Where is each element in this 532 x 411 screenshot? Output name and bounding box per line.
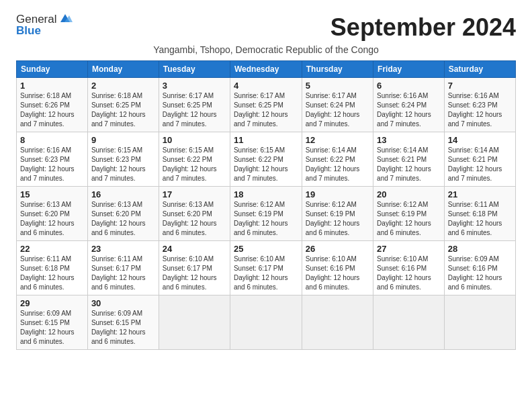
day-info: Sunrise: 6:13 AM Sunset: 6:20 PM Dayligh…: [91, 200, 155, 238]
day-cell: 13Sunrise: 6:14 AM Sunset: 6:21 PM Dayli…: [373, 132, 445, 187]
day-number: 21: [448, 189, 512, 199]
day-number: 19: [306, 189, 369, 199]
day-cell: 15Sunrise: 6:13 AM Sunset: 6:20 PM Dayli…: [17, 187, 88, 241]
day-info: Sunrise: 6:16 AM Sunset: 6:23 PM Dayligh…: [20, 146, 84, 183]
day-number: 16: [91, 189, 155, 199]
day-number: 27: [377, 244, 441, 254]
day-number: 9: [91, 135, 155, 145]
day-info: Sunrise: 6:09 AM Sunset: 6:16 PM Dayligh…: [448, 255, 512, 292]
day-cell: 12Sunrise: 6:14 AM Sunset: 6:22 PM Dayli…: [302, 132, 373, 187]
day-info: Sunrise: 6:12 AM Sunset: 6:19 PM Dayligh…: [306, 200, 369, 238]
day-number: 26: [306, 244, 369, 254]
day-cell: [444, 295, 515, 350]
day-info: Sunrise: 6:17 AM Sunset: 6:24 PM Dayligh…: [306, 91, 369, 129]
week-row-4: 22Sunrise: 6:11 AM Sunset: 6:18 PM Dayli…: [17, 241, 516, 295]
day-info: Sunrise: 6:12 AM Sunset: 6:19 PM Dayligh…: [234, 200, 298, 238]
week-row-2: 8Sunrise: 6:16 AM Sunset: 6:23 PM Daylig…: [17, 132, 516, 187]
day-cell: 29Sunrise: 6:09 AM Sunset: 6:15 PM Dayli…: [17, 295, 88, 350]
day-number: 30: [91, 298, 155, 308]
header-friday: Friday: [373, 61, 445, 78]
header-thursday: Thursday: [302, 61, 373, 78]
day-cell: [302, 295, 373, 350]
day-cell: 4Sunrise: 6:17 AM Sunset: 6:25 PM Daylig…: [230, 78, 302, 132]
day-info: Sunrise: 6:10 AM Sunset: 6:17 PM Dayligh…: [163, 255, 226, 292]
day-info: Sunrise: 6:18 AM Sunset: 6:26 PM Dayligh…: [20, 91, 84, 129]
day-info: Sunrise: 6:10 AM Sunset: 6:16 PM Dayligh…: [306, 255, 369, 292]
day-cell: 3Sunrise: 6:17 AM Sunset: 6:25 PM Daylig…: [159, 78, 230, 132]
logo: General Blue: [16, 13, 73, 36]
day-number: 15: [20, 189, 84, 199]
calendar-table: SundayMondayTuesdayWednesdayThursdayFrid…: [16, 60, 516, 350]
day-number: 25: [234, 244, 298, 254]
day-cell: 26Sunrise: 6:10 AM Sunset: 6:16 PM Dayli…: [302, 241, 373, 295]
day-cell: [373, 295, 445, 350]
day-info: Sunrise: 6:14 AM Sunset: 6:21 PM Dayligh…: [377, 146, 441, 183]
month-title: September 2024: [330, 13, 516, 42]
day-info: Sunrise: 6:13 AM Sunset: 6:20 PM Dayligh…: [20, 200, 84, 238]
day-number: 22: [20, 244, 84, 254]
day-cell: 27Sunrise: 6:10 AM Sunset: 6:16 PM Dayli…: [373, 241, 445, 295]
day-number: 24: [163, 244, 226, 254]
day-cell: 18Sunrise: 6:12 AM Sunset: 6:19 PM Dayli…: [230, 187, 302, 241]
day-cell: [230, 295, 302, 350]
day-info: Sunrise: 6:14 AM Sunset: 6:22 PM Dayligh…: [306, 146, 369, 183]
day-cell: 11Sunrise: 6:15 AM Sunset: 6:22 PM Dayli…: [230, 132, 302, 187]
day-info: Sunrise: 6:18 AM Sunset: 6:25 PM Dayligh…: [91, 91, 155, 129]
day-info: Sunrise: 6:15 AM Sunset: 6:22 PM Dayligh…: [234, 146, 298, 183]
day-cell: 2Sunrise: 6:18 AM Sunset: 6:25 PM Daylig…: [87, 78, 159, 132]
day-number: 10: [163, 135, 226, 145]
day-number: 3: [163, 81, 226, 91]
day-info: Sunrise: 6:09 AM Sunset: 6:15 PM Dayligh…: [91, 309, 155, 347]
day-cell: 9Sunrise: 6:15 AM Sunset: 6:23 PM Daylig…: [87, 132, 159, 187]
day-number: 7: [448, 81, 512, 91]
day-cell: 21Sunrise: 6:11 AM Sunset: 6:18 PM Dayli…: [444, 187, 515, 241]
day-number: 14: [448, 135, 512, 145]
day-cell: 24Sunrise: 6:10 AM Sunset: 6:17 PM Dayli…: [159, 241, 230, 295]
day-number: 11: [234, 135, 298, 145]
day-info: Sunrise: 6:11 AM Sunset: 6:18 PM Dayligh…: [20, 255, 84, 292]
logo-general: General: [16, 13, 56, 25]
day-info: Sunrise: 6:11 AM Sunset: 6:18 PM Dayligh…: [448, 200, 512, 238]
header-saturday: Saturday: [444, 61, 515, 78]
day-number: 5: [306, 81, 369, 91]
header-sunday: Sunday: [17, 61, 88, 78]
day-cell: 22Sunrise: 6:11 AM Sunset: 6:18 PM Dayli…: [17, 241, 88, 295]
day-info: Sunrise: 6:17 AM Sunset: 6:25 PM Dayligh…: [163, 91, 226, 129]
day-number: 17: [163, 189, 226, 199]
day-cell: 23Sunrise: 6:11 AM Sunset: 6:17 PM Dayli…: [87, 241, 159, 295]
day-number: 12: [306, 135, 369, 145]
day-number: 13: [377, 135, 441, 145]
day-number: 8: [20, 135, 84, 145]
day-cell: 10Sunrise: 6:15 AM Sunset: 6:22 PM Dayli…: [159, 132, 230, 187]
day-number: 1: [20, 81, 84, 91]
day-info: Sunrise: 6:09 AM Sunset: 6:15 PM Dayligh…: [20, 309, 84, 347]
day-info: Sunrise: 6:12 AM Sunset: 6:19 PM Dayligh…: [377, 200, 441, 238]
day-info: Sunrise: 6:13 AM Sunset: 6:20 PM Dayligh…: [163, 200, 226, 238]
day-number: 28: [448, 244, 512, 254]
day-info: Sunrise: 6:15 AM Sunset: 6:23 PM Dayligh…: [91, 146, 155, 183]
day-info: Sunrise: 6:11 AM Sunset: 6:17 PM Dayligh…: [91, 255, 155, 292]
logo-blue: Blue: [16, 25, 73, 36]
day-cell: 7Sunrise: 6:16 AM Sunset: 6:23 PM Daylig…: [444, 78, 515, 132]
day-cell: 28Sunrise: 6:09 AM Sunset: 6:16 PM Dayli…: [444, 241, 515, 295]
day-number: 20: [377, 189, 441, 199]
day-info: Sunrise: 6:15 AM Sunset: 6:22 PM Dayligh…: [163, 146, 226, 183]
week-row-3: 15Sunrise: 6:13 AM Sunset: 6:20 PM Dayli…: [17, 187, 516, 241]
day-cell: 30Sunrise: 6:09 AM Sunset: 6:15 PM Dayli…: [87, 295, 159, 350]
week-row-5: 29Sunrise: 6:09 AM Sunset: 6:15 PM Dayli…: [17, 295, 516, 350]
day-info: Sunrise: 6:16 AM Sunset: 6:24 PM Dayligh…: [377, 91, 441, 129]
day-cell: 16Sunrise: 6:13 AM Sunset: 6:20 PM Dayli…: [87, 187, 159, 241]
header-monday: Monday: [87, 61, 159, 78]
week-row-1: 1Sunrise: 6:18 AM Sunset: 6:26 PM Daylig…: [17, 78, 516, 132]
day-info: Sunrise: 6:16 AM Sunset: 6:23 PM Dayligh…: [448, 91, 512, 129]
header-wednesday: Wednesday: [230, 61, 302, 78]
day-info: Sunrise: 6:17 AM Sunset: 6:25 PM Dayligh…: [234, 91, 298, 129]
day-cell: 5Sunrise: 6:17 AM Sunset: 6:24 PM Daylig…: [302, 78, 373, 132]
day-number: 29: [20, 298, 84, 308]
day-info: Sunrise: 6:10 AM Sunset: 6:17 PM Dayligh…: [234, 255, 298, 292]
day-cell: 25Sunrise: 6:10 AM Sunset: 6:17 PM Dayli…: [230, 241, 302, 295]
day-cell: 6Sunrise: 6:16 AM Sunset: 6:24 PM Daylig…: [373, 78, 445, 132]
day-cell: 17Sunrise: 6:13 AM Sunset: 6:20 PM Dayli…: [159, 187, 230, 241]
day-cell: 14Sunrise: 6:14 AM Sunset: 6:21 PM Dayli…: [444, 132, 515, 187]
day-number: 6: [377, 81, 441, 91]
